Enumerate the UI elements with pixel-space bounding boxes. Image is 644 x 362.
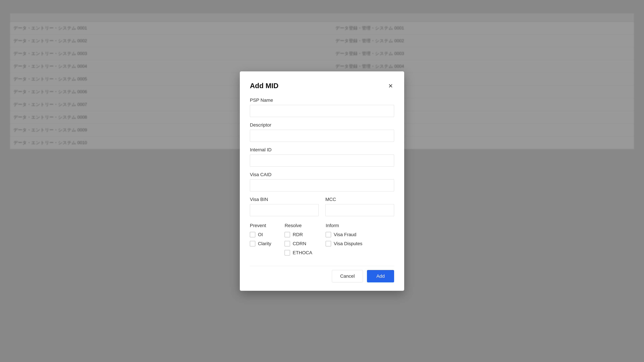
cdrn-checkbox[interactable] bbox=[284, 241, 290, 246]
cancel-button[interactable]: Cancel bbox=[332, 270, 363, 282]
visa-caid-group: Visa CAID bbox=[250, 172, 394, 191]
prevent-group: Prevent OI Clarity bbox=[250, 223, 271, 259]
ethoca-label: ETHOCA bbox=[293, 250, 312, 255]
rdr-checkbox[interactable] bbox=[284, 232, 290, 237]
visa-disputes-label: Visa Disputes bbox=[334, 241, 362, 246]
visa-bin-input[interactable] bbox=[250, 204, 319, 216]
clarity-checkbox[interactable] bbox=[250, 241, 255, 246]
cdrn-checkbox-item[interactable]: CDRN bbox=[284, 241, 312, 246]
modal-header: Add MID × bbox=[250, 81, 394, 90]
rdr-label: RDR bbox=[293, 232, 303, 237]
visa-fraud-checkbox-item[interactable]: Visa Fraud bbox=[326, 232, 362, 237]
visa-bin-label: Visa BIN bbox=[250, 197, 319, 202]
oi-checkbox[interactable] bbox=[250, 232, 255, 237]
oi-label: OI bbox=[258, 232, 263, 237]
clarity-checkbox-item[interactable]: Clarity bbox=[250, 241, 271, 246]
ethoca-checkbox-item[interactable]: ETHOCA bbox=[284, 250, 312, 255]
descriptor-label: Descriptor bbox=[250, 122, 394, 128]
modal-footer: Cancel Add bbox=[250, 266, 394, 282]
prevent-group-title: Prevent bbox=[250, 223, 271, 228]
cdrn-label: CDRN bbox=[293, 241, 306, 246]
mcc-group: MCC bbox=[325, 197, 394, 216]
resolve-group-title: Resolve bbox=[284, 223, 312, 228]
visa-fraud-label: Visa Fraud bbox=[334, 232, 356, 237]
visa-caid-label: Visa CAID bbox=[250, 172, 394, 177]
visa-fraud-checkbox[interactable] bbox=[326, 232, 331, 237]
inform-group-title: Inform bbox=[326, 223, 362, 228]
psp-name-input[interactable] bbox=[250, 105, 394, 117]
add-button[interactable]: Add bbox=[367, 270, 394, 282]
descriptor-input[interactable] bbox=[250, 130, 394, 142]
clarity-label: Clarity bbox=[258, 241, 271, 246]
visa-caid-input[interactable] bbox=[250, 179, 394, 191]
psp-name-label: PSP Name bbox=[250, 97, 394, 103]
visa-disputes-checkbox-item[interactable]: Visa Disputes bbox=[326, 241, 362, 246]
internal-id-group: Internal ID bbox=[250, 147, 394, 167]
psp-name-group: PSP Name bbox=[250, 97, 394, 117]
modal-overlay: Add MID × PSP Name Descriptor Internal I… bbox=[0, 0, 644, 362]
oi-checkbox-item[interactable]: OI bbox=[250, 232, 271, 237]
inform-group: Inform Visa Fraud Visa Disputes bbox=[326, 223, 362, 259]
internal-id-label: Internal ID bbox=[250, 147, 394, 152]
resolve-group: Resolve RDR CDRN ETHOCA bbox=[284, 223, 312, 259]
descriptor-group: Descriptor bbox=[250, 122, 394, 142]
visa-disputes-checkbox[interactable] bbox=[326, 241, 331, 246]
mcc-input[interactable] bbox=[325, 204, 394, 216]
rdr-checkbox-item[interactable]: RDR bbox=[284, 232, 312, 237]
close-button[interactable]: × bbox=[387, 81, 394, 90]
visa-bin-mcc-row: Visa BIN MCC bbox=[250, 197, 394, 216]
visa-bin-group: Visa BIN bbox=[250, 197, 319, 216]
ethoca-checkbox[interactable] bbox=[284, 250, 290, 255]
modal-title: Add MID bbox=[250, 82, 278, 90]
add-mid-modal: Add MID × PSP Name Descriptor Internal I… bbox=[240, 71, 404, 291]
checkboxes-section: Prevent OI Clarity Resolve RDR bbox=[250, 222, 394, 259]
internal-id-input[interactable] bbox=[250, 155, 394, 167]
mcc-label: MCC bbox=[325, 197, 394, 202]
